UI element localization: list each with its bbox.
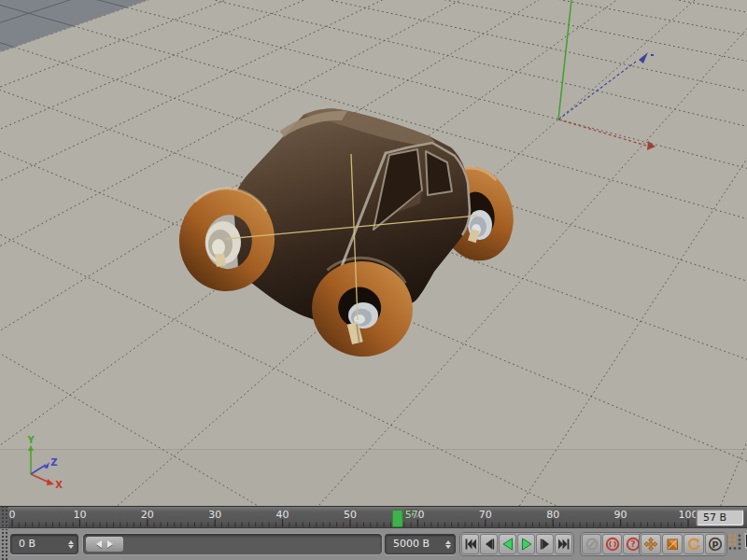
- previous-frame-button[interactable]: [480, 534, 498, 554]
- viewport-3d[interactable]: Y Z X: [0, 0, 747, 506]
- range-end-field[interactable]: 5000 B: [385, 534, 456, 554]
- rotate-tool-button[interactable]: [684, 534, 704, 554]
- timeline-ruler[interactable]: 010203040506070809010057 57 B: [0, 506, 747, 528]
- ruler-label: 40: [276, 509, 289, 521]
- range-end-value: 5000 B: [393, 538, 430, 550]
- gizmo-z-label: Z: [50, 457, 57, 468]
- record-keyframe-button[interactable]: [602, 534, 622, 554]
- next-frame-icon: [538, 537, 553, 552]
- wheel-front-left-hub: [205, 221, 241, 267]
- coordinate-p-icon: P: [707, 536, 724, 553]
- record-disabled-icon: [585, 537, 599, 552]
- range-end-stepper[interactable]: [444, 537, 452, 552]
- palette-dots-icon[interactable]: [727, 533, 742, 552]
- scroll-left-icon[interactable]: [96, 540, 102, 548]
- range-start-value: 0 B: [19, 538, 35, 550]
- range-start-stepper[interactable]: [66, 537, 75, 552]
- next-frame-button[interactable]: [536, 534, 554, 554]
- ruler-label: 20: [141, 509, 154, 521]
- gizmo-y-arrow-icon: [28, 445, 34, 451]
- timeline-scrollbar[interactable]: [82, 533, 383, 555]
- record-keyframe-icon: [605, 537, 620, 552]
- play-backward-button[interactable]: [499, 534, 516, 554]
- scale-tool-button[interactable]: [662, 534, 683, 554]
- ruler-label: 30: [208, 509, 221, 521]
- application-window: Y Z X 010203040506070809010057 57 B 0 B …: [0, 0, 747, 560]
- scroll-right-icon[interactable]: [107, 540, 113, 548]
- ruler-label: 80: [546, 509, 559, 521]
- rotate-tool-icon: [685, 536, 702, 553]
- move-tool-button[interactable]: [641, 534, 661, 554]
- ruler-grip[interactable]: [0, 507, 8, 527]
- toolbar-grip[interactable]: [0, 529, 8, 560]
- ruler-label: 50: [344, 509, 357, 521]
- svg-text:?: ?: [630, 539, 636, 549]
- transport-controls: [459, 532, 574, 556]
- world-y-axis: [558, 0, 571, 119]
- ruler-label: 10: [73, 509, 86, 521]
- world-z-arrow-icon: [639, 52, 648, 63]
- ruler-label: 90: [614, 509, 627, 521]
- animation-toolbar: 0 B 5000 B ? P: [0, 529, 747, 560]
- play-backward-icon: [500, 537, 515, 552]
- goto-end-button[interactable]: [555, 534, 572, 554]
- svg-text:P: P: [712, 539, 719, 550]
- current-frame-box[interactable]: 57 B: [696, 509, 744, 526]
- world-origin-axes: [558, 0, 655, 150]
- gizmo-x-label: X: [55, 480, 63, 490]
- record-disabled-button[interactable]: [582, 534, 601, 554]
- goto-start-button[interactable]: [461, 534, 479, 554]
- current-frame-label: 57: [405, 509, 418, 521]
- world-z-axis: [558, 62, 636, 119]
- ruler-label: 70: [479, 509, 492, 521]
- play-forward-button[interactable]: [517, 534, 535, 554]
- move-tool-icon: [642, 536, 659, 553]
- range-start-field[interactable]: 0 B: [10, 534, 78, 554]
- tool-controls: P: [639, 532, 727, 556]
- previous-frame-icon: [482, 537, 497, 552]
- timeline-scrollbar-thumb[interactable]: [86, 537, 123, 552]
- world-x-arrow-icon: [647, 141, 655, 150]
- gizmo-y-label: Y: [26, 435, 35, 445]
- toy-car-model[interactable]: [175, 108, 524, 363]
- world-x-axis: [558, 119, 646, 146]
- goto-end-icon: [557, 537, 571, 552]
- viewport-canvas[interactable]: Y Z X: [0, 0, 747, 506]
- coordinate-p-button[interactable]: P: [705, 534, 726, 554]
- ruler-label: 0: [9, 509, 16, 521]
- record-controls: ?: [580, 532, 644, 556]
- scale-tool-icon: [664, 536, 681, 553]
- world-z-glyph: [651, 54, 654, 56]
- goto-start-icon: [463, 537, 478, 552]
- play-forward-icon: [519, 537, 534, 552]
- timeline-playhead[interactable]: [392, 511, 402, 527]
